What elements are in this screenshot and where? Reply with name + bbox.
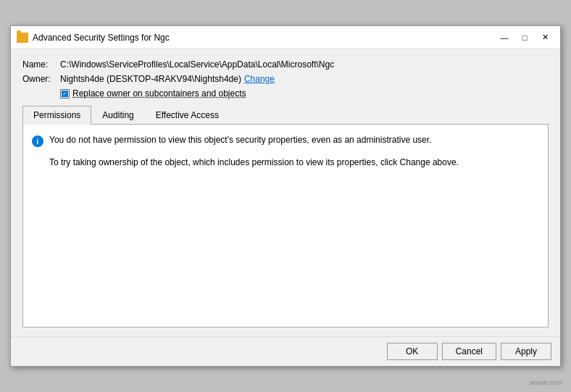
name-label: Name: [22, 59, 60, 70]
tab-content-area: i You do not have permission to view thi… [22, 125, 549, 328]
dialog-footer: OK Cancel Apply [11, 336, 560, 366]
tab-auditing[interactable]: Auditing [91, 106, 144, 124]
replace-owner-label: Replace owner on subcontainers and objec… [72, 88, 246, 99]
tab-permissions[interactable]: Permissions [22, 106, 91, 125]
name-row: Name: C:\Windows\ServiceProfiles\LocalSe… [22, 59, 549, 70]
owner-value: Nightsh4de (DESKTOP-4RAKV94\Nightsh4de) [60, 74, 241, 84]
info-icon: i [32, 135, 43, 147]
minimize-button[interactable]: — [495, 30, 514, 45]
title-bar-left: Advanced Security Settings for Ngc [17, 33, 170, 43]
title-controls: — □ ✕ [495, 30, 554, 45]
owner-label: Owner: [22, 74, 60, 84]
change-link[interactable]: Change [244, 74, 275, 84]
checkbox-row: ✓ Replace owner on subcontainers and obj… [60, 88, 549, 99]
main-window: Advanced Security Settings for Ngc — □ ✕… [10, 25, 561, 367]
maximize-button[interactable]: □ [515, 30, 534, 45]
close-button[interactable]: ✕ [535, 30, 554, 45]
notice-row: i You do not have permission to view thi… [32, 135, 539, 147]
watermark: wsxdn.com [530, 379, 562, 386]
apply-button[interactable]: Apply [501, 343, 551, 360]
notice-text: You do not have permission to view this … [49, 135, 431, 145]
dialog-content: Name: C:\Windows\ServiceProfiles\LocalSe… [11, 49, 560, 336]
name-value: C:\Windows\ServiceProfiles\LocalService\… [60, 59, 334, 70]
ok-button[interactable]: OK [387, 343, 438, 360]
tab-effective-access[interactable]: Effective Access [145, 106, 230, 124]
title-bar: Advanced Security Settings for Ngc — □ ✕ [11, 26, 560, 49]
cancel-button[interactable]: Cancel [442, 343, 496, 360]
owner-row: Owner: Nightsh4de (DESKTOP-4RAKV94\Night… [22, 74, 549, 84]
replace-owner-checkbox-container[interactable]: ✓ Replace owner on subcontainers and obj… [60, 88, 246, 99]
checkbox-checkmark: ✓ [62, 91, 68, 97]
folder-icon [17, 33, 28, 43]
window-title: Advanced Security Settings for Ngc [33, 33, 170, 43]
description-text: To try taking ownership of the object, w… [49, 156, 539, 169]
replace-owner-checkbox[interactable]: ✓ [60, 89, 70, 99]
tabs-container: Permissions Auditing Effective Access [22, 106, 549, 125]
